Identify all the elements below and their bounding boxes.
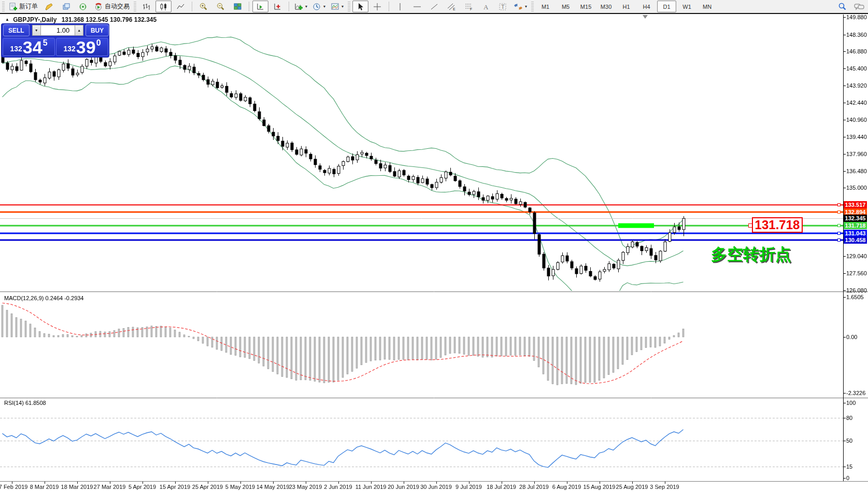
current-price-tag: 132.345 — [844, 215, 867, 222]
macd-indicator-label: MACD(12,26,9) 0.2464 -0.2934 — [4, 295, 83, 301]
collapse-triangle-icon[interactable]: ▲ — [5, 17, 9, 22]
price-level-callout[interactable]: 131.718 — [752, 217, 803, 233]
rsi-axis-label: 50 — [846, 438, 852, 444]
sell-button[interactable]: SELL — [3, 24, 30, 36]
buy-price-small: 132 — [63, 45, 75, 53]
price-axis-label: 143.920 — [846, 82, 867, 89]
line-end-square — [837, 238, 841, 242]
buy-price-button[interactable]: 132 39 0 — [56, 38, 108, 56]
buy-price-big: 39 — [76, 40, 96, 54]
sell-price-small: 132 — [10, 45, 22, 53]
lot-decrease-button[interactable]: ▼ — [32, 25, 41, 36]
price-line-tag: 133.517 — [844, 201, 867, 208]
line-end-square — [837, 232, 841, 235]
sell-price-sup: 5 — [43, 38, 48, 48]
date-axis-label: 15 Aug 2019 — [584, 484, 616, 490]
chart-shift-marker-icon[interactable] — [643, 15, 648, 19]
price-line-tag: 131.043 — [844, 230, 867, 237]
macd-axis-label: -2.3226 — [846, 390, 865, 396]
price-axis-label: 135.000 — [846, 185, 867, 191]
date-axis-label: 8 Mar 2019 — [30, 484, 59, 490]
rsi-axis-label: 100 — [846, 400, 856, 406]
date-axis-label: 27 Mar 2019 — [94, 484, 126, 490]
macd-axis-label: 1.6505 — [846, 294, 864, 300]
date-axis-label: 20 Jun 2019 — [388, 484, 419, 490]
date-axis-label: 18 Jul 2019 — [487, 484, 516, 490]
date-axis-label: 6 Aug 2019 — [552, 484, 581, 490]
callout-anchor-square — [748, 223, 752, 228]
rsi-axis-label: 15 — [846, 463, 852, 470]
price-axis-label: 140.960 — [846, 117, 867, 123]
date-axis-label: 30 Jun 2019 — [420, 484, 452, 490]
line-end-square — [837, 224, 841, 227]
price-axis-label: 137.960 — [846, 151, 867, 157]
date-axis-label: 28 Jul 2019 — [519, 484, 549, 490]
buy-price-sup: 0 — [96, 38, 101, 48]
date-axis-label: 2 Jun 2019 — [324, 484, 352, 490]
date-axis-label: 18 Mar 2019 — [61, 484, 93, 490]
price-axis-label: 136.480 — [846, 168, 867, 174]
date-axis-label: 15 Apr 2019 — [160, 484, 190, 490]
price-axis-label: 146.880 — [846, 48, 867, 54]
date-axis-label: 14 May 2019 — [257, 484, 290, 490]
lot-increase-button[interactable]: ▲ — [75, 25, 83, 36]
rsi-axis-label: 80 — [846, 415, 852, 421]
symbol-period-label: GBPJPY-,Daily — [13, 16, 56, 23]
price-axis-label: 142.440 — [846, 100, 867, 106]
mt4-terminal-window: 新订单 自动交易 — [0, 0, 868, 492]
price-axis-label: 139.440 — [846, 134, 867, 140]
line-end-square — [837, 203, 841, 206]
sell-price-big: 34 — [23, 40, 42, 54]
price-axis-label: 148.360 — [846, 32, 867, 38]
date-axis-label: 27 Feb 2019 — [0, 484, 27, 490]
rsi-axis-label: 0 — [846, 475, 849, 481]
macd-axis-label: 0.00 — [846, 334, 857, 340]
sell-price-button[interactable]: 132 34 5 — [3, 38, 55, 56]
price-axis-label: 127.560 — [846, 270, 867, 276]
price-axis-label: 126.080 — [846, 287, 867, 293]
date-axis-label: 5 May 2019 — [225, 484, 255, 490]
turning-point-annotation[interactable]: 多空转折点 — [711, 244, 791, 265]
price-axis-label: 129.040 — [846, 253, 867, 259]
date-axis-label: 5 Apr 2019 — [129, 484, 156, 490]
price-axis-label: 145.400 — [846, 65, 867, 72]
price-line-tag: 131.718 — [844, 222, 867, 229]
date-axis-label: 25 Apr 2019 — [192, 484, 223, 490]
date-axis-label: 11 Jun 2019 — [355, 484, 387, 490]
lot-size-input[interactable]: 1.00 — [41, 25, 75, 36]
buy-button[interactable]: BUY — [86, 24, 109, 36]
date-axis-label: 9 Jul 2019 — [456, 484, 482, 490]
chart-title: ▲ GBPJPY-,Daily 131.368 132.545 130.796 … — [5, 16, 156, 23]
line-end-square — [837, 210, 841, 214]
rsi-indicator-label: RSI(14) 61.8508 — [4, 400, 46, 406]
price-axis-label: 149.880 — [846, 14, 867, 20]
date-axis-label: 3 Sep 2019 — [650, 484, 679, 490]
one-click-trading-panel: SELL ▼ 1.00 ▲ BUY 132 34 5 132 39 0 — [2, 24, 109, 57]
ohlc-values: 131.368 132.545 130.796 132.345 — [62, 16, 157, 23]
price-line-tag: 130.458 — [844, 236, 867, 244]
date-axis-label: 25 Aug 2019 — [616, 484, 648, 490]
date-axis-label: 23 May 2019 — [289, 484, 322, 490]
